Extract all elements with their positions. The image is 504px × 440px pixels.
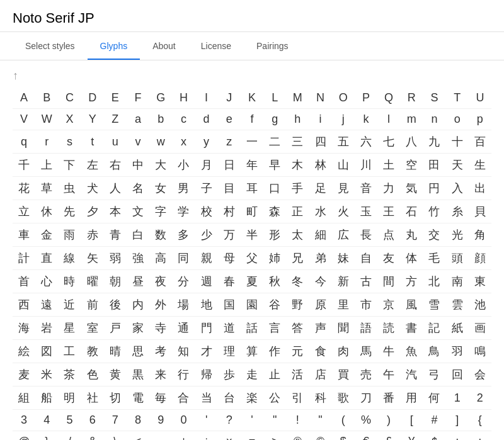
glyph-cell[interactable]: 池 <box>469 293 491 317</box>
glyph-cell[interactable]: 竹 <box>423 200 445 223</box>
glyph-cell[interactable]: 引 <box>286 386 309 410</box>
glyph-cell[interactable]: 方 <box>400 270 423 293</box>
glyph-cell[interactable]: 売 <box>355 363 377 386</box>
glyph-cell[interactable]: 絵 <box>13 340 35 363</box>
glyph-cell[interactable]: 声 <box>309 317 331 340</box>
glyph-cell[interactable]: v <box>127 130 149 154</box>
glyph-cell[interactable]: 紙 <box>446 317 469 340</box>
glyph-cell[interactable]: 麦 <box>13 363 35 386</box>
glyph-cell[interactable]: 食 <box>309 340 331 363</box>
glyph-cell[interactable]: 高 <box>149 247 172 270</box>
glyph-cell[interactable]: 算 <box>241 340 263 363</box>
glyph-cell[interactable]: P <box>355 87 377 109</box>
glyph-cell[interactable]: F <box>127 87 149 109</box>
glyph-cell[interactable]: 黒 <box>127 363 149 386</box>
glyph-cell[interactable]: 矢 <box>81 247 104 270</box>
glyph-cell[interactable]: p <box>469 109 491 130</box>
glyph-cell[interactable]: 3 <box>13 410 35 431</box>
glyph-cell[interactable]: 会 <box>469 363 491 386</box>
glyph-cell[interactable]: 冬 <box>286 270 309 293</box>
glyph-cell[interactable]: 円 <box>423 177 445 200</box>
glyph-cell[interactable]: ' <box>241 410 263 431</box>
glyph-cell[interactable]: 入 <box>446 177 469 200</box>
glyph-cell[interactable]: N <box>309 87 331 109</box>
glyph-cell[interactable]: / <box>58 431 81 441</box>
glyph-cell[interactable]: 春 <box>218 270 241 293</box>
glyph-cell[interactable]: 音 <box>355 177 377 200</box>
glyph-cell[interactable]: 母 <box>218 247 241 270</box>
glyph-cell[interactable]: 森 <box>263 200 286 223</box>
glyph-cell[interactable]: 新 <box>332 270 355 293</box>
glyph-cell[interactable]: 店 <box>309 363 331 386</box>
glyph-cell[interactable]: 南 <box>446 270 469 293</box>
glyph-cell[interactable]: 親 <box>195 247 218 270</box>
glyph-cell[interactable]: 三 <box>286 130 309 154</box>
glyph-cell[interactable]: 夕 <box>81 200 104 223</box>
glyph-cell[interactable]: 古 <box>355 270 377 293</box>
glyph-cell[interactable]: 刀 <box>355 386 377 410</box>
glyph-cell[interactable]: 形 <box>263 223 286 247</box>
glyph-cell[interactable]: 玉 <box>355 200 377 223</box>
glyph-cell[interactable]: 姉 <box>263 247 286 270</box>
glyph-cell[interactable]: 丸 <box>400 223 423 247</box>
glyph-cell[interactable]: o <box>446 109 469 130</box>
glyph-cell[interactable]: ' <box>195 410 218 431</box>
glyph-cell[interactable]: B <box>35 87 58 109</box>
glyph-cell[interactable]: 点 <box>377 223 400 247</box>
glyph-cell[interactable]: 昼 <box>127 270 149 293</box>
nav-glyphs[interactable]: Glyphs <box>88 32 140 60</box>
glyph-cell[interactable]: 右 <box>104 154 127 177</box>
glyph-cell[interactable]: 顔 <box>469 247 491 270</box>
glyph-cell[interactable]: 遠 <box>35 293 58 317</box>
glyph-cell[interactable]: 手 <box>286 177 309 200</box>
glyph-cell[interactable]: 水 <box>309 200 331 223</box>
glyph-cell[interactable]: C <box>58 87 81 109</box>
glyph-cell[interactable]: 草 <box>35 177 58 200</box>
glyph-cell[interactable]: 半 <box>241 223 263 247</box>
glyph-cell[interactable]: 園 <box>241 293 263 317</box>
glyph-cell[interactable]: 直 <box>35 247 58 270</box>
glyph-cell[interactable]: T <box>446 87 469 109</box>
glyph-cell[interactable]: 花 <box>13 177 35 200</box>
glyph-cell[interactable]: 近 <box>58 293 81 317</box>
glyph-cell[interactable]: 口 <box>263 177 286 200</box>
glyph-cell[interactable]: 国 <box>218 293 241 317</box>
glyph-cell[interactable]: 通 <box>172 317 195 340</box>
glyph-cell[interactable]: 羽 <box>446 340 469 363</box>
glyph-cell[interactable]: 見 <box>332 177 355 200</box>
glyph-cell[interactable]: 角 <box>469 223 491 247</box>
glyph-cell[interactable]: 自 <box>355 247 377 270</box>
glyph-cell[interactable]: 出 <box>469 177 491 200</box>
glyph-cell[interactable]: 記 <box>423 317 445 340</box>
glyph-cell[interactable]: 虫 <box>58 177 81 200</box>
glyph-cell[interactable]: 船 <box>35 386 58 410</box>
glyph-cell[interactable]: 工 <box>58 340 81 363</box>
glyph-cell[interactable]: 寺 <box>149 317 172 340</box>
glyph-cell[interactable]: 万 <box>218 223 241 247</box>
glyph-cell[interactable]: 字 <box>149 200 172 223</box>
glyph-cell[interactable]: i <box>309 109 331 130</box>
glyph-cell[interactable]: t <box>81 130 104 154</box>
glyph-cell[interactable]: 太 <box>286 223 309 247</box>
glyph-cell[interactable]: R <box>400 87 423 109</box>
glyph-cell[interactable]: 鳥 <box>423 340 445 363</box>
glyph-cell[interactable]: 石 <box>400 200 423 223</box>
glyph-cell[interactable]: 歩 <box>218 363 241 386</box>
glyph-cell[interactable]: 肉 <box>332 340 355 363</box>
glyph-cell[interactable]: 用 <box>400 386 423 410</box>
glyph-cell[interactable]: 市 <box>355 293 377 317</box>
glyph-cell[interactable]: © <box>309 431 331 441</box>
glyph-cell[interactable]: d <box>195 109 218 130</box>
glyph-cell[interactable]: 買 <box>332 363 355 386</box>
glyph-cell[interactable]: w <box>149 130 172 154</box>
glyph-cell[interactable]: 海 <box>13 317 35 340</box>
glyph-cell[interactable]: 東 <box>469 270 491 293</box>
glyph-cell[interactable]: 西 <box>13 293 35 317</box>
glyph-cell[interactable]: 王 <box>377 200 400 223</box>
glyph-cell[interactable]: 内 <box>127 293 149 317</box>
glyph-cell[interactable]: 曜 <box>81 270 104 293</box>
glyph-cell[interactable]: } <box>35 431 58 441</box>
glyph-cell[interactable]: 楽 <box>241 386 263 410</box>
glyph-cell[interactable]: M <box>286 87 309 109</box>
glyph-cell[interactable]: 父 <box>241 247 263 270</box>
